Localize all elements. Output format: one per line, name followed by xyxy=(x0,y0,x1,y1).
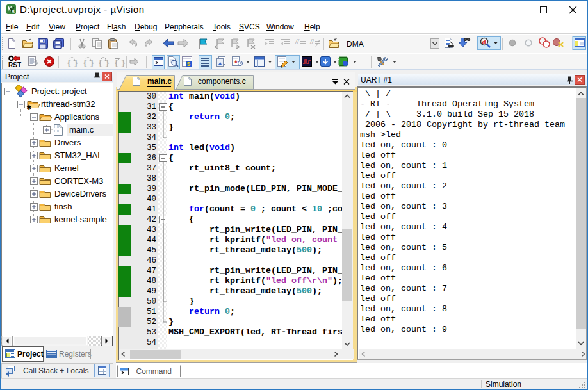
svg-text:d: d xyxy=(482,38,486,45)
svg-text:Drivers: Drivers xyxy=(54,138,81,147)
svg-text://: // xyxy=(295,38,300,45)
svg-text:S: S xyxy=(187,61,191,67)
svg-text:Kernel: Kernel xyxy=(54,163,79,173)
svg-text:DeviceDrivers: DeviceDrivers xyxy=(54,189,106,199)
svg-text:CORTEX-M3: CORTEX-M3 xyxy=(54,176,103,186)
svg-text:5: 5 xyxy=(12,10,15,14)
svg-text:{ }: { } xyxy=(98,58,110,68)
svg-text:*: * xyxy=(234,59,238,68)
svg-text://: // xyxy=(309,38,314,45)
svg-text:{ }: { } xyxy=(83,58,94,68)
svg-text:Project: project: Project: project xyxy=(31,86,87,96)
svg-text:DMA: DMA xyxy=(347,40,364,49)
svg-text:RST: RST xyxy=(8,61,21,69)
svg-text:✱: ✱ xyxy=(27,104,32,111)
svg-text:components.c: components.c xyxy=(198,77,246,86)
svg-text:Registers: Registers xyxy=(59,350,92,359)
svg-text:main.c: main.c xyxy=(147,77,172,86)
svg-text:main.c: main.c xyxy=(69,125,94,134)
svg-text:{ }: { } xyxy=(67,58,78,68)
svg-text:Applications: Applications xyxy=(54,112,100,122)
svg-text:finsh: finsh xyxy=(54,202,72,211)
svg-text:Command: Command xyxy=(136,367,172,376)
svg-text:Project: Project xyxy=(17,350,44,359)
svg-text:rtthread-stm32: rtthread-stm32 xyxy=(41,99,95,109)
svg-text:kernel-sample: kernel-sample xyxy=(54,215,107,224)
svg-text:STM32_HAL: STM32_HAL xyxy=(54,150,102,160)
svg-text:{ }: { } xyxy=(114,58,126,68)
svg-text:Call Stack + Locals: Call Stack + Locals xyxy=(23,366,88,375)
